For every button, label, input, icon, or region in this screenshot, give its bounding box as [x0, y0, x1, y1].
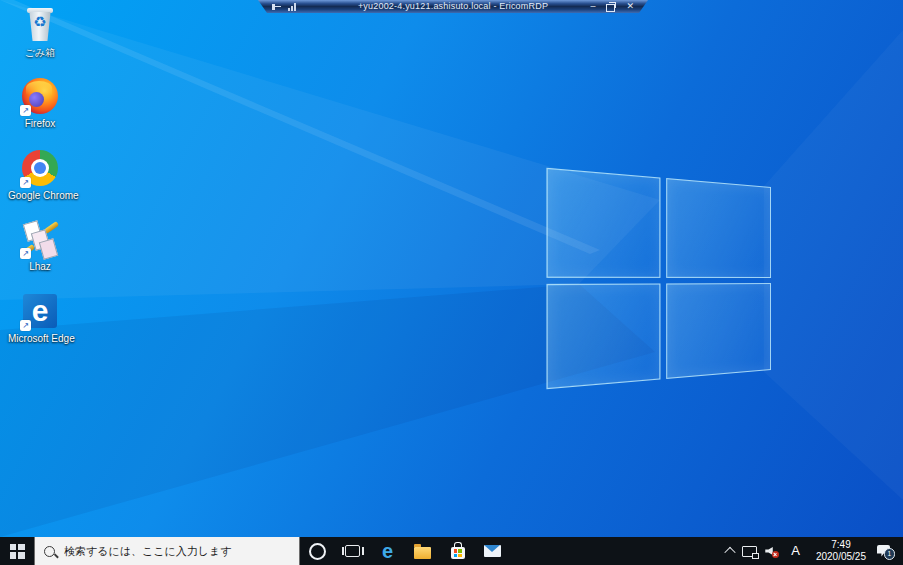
network-status-button[interactable]	[738, 537, 761, 565]
desktop-icon-label: Microsoft Edge	[8, 333, 72, 344]
task-view-button[interactable]	[335, 537, 370, 565]
desktop-icon-label: Lhaz	[8, 261, 72, 272]
windows-logo	[546, 168, 771, 390]
search-input[interactable]	[62, 544, 290, 558]
rdp-connection-bar[interactable]: +yu2002-4.yu121.ashisuto.local - EricomR…	[258, 0, 648, 13]
folder-icon	[414, 547, 431, 559]
tray-overflow-button[interactable]	[722, 537, 738, 565]
shortcut-arrow-icon: ↗	[20, 177, 31, 188]
desktop-icon-firefox[interactable]: ↗ Firefox	[8, 77, 72, 129]
start-button[interactable]	[0, 537, 34, 565]
system-tray: A 7:49 2020/05/25 1	[722, 537, 903, 565]
shortcut-arrow-icon: ↗	[20, 320, 31, 331]
firefox-globe	[29, 92, 44, 107]
chevron-up-icon	[725, 547, 736, 558]
lhaz-paper	[39, 238, 58, 259]
cortana-button[interactable]	[300, 537, 335, 565]
firefox-icon: ↗	[20, 77, 60, 117]
desktop-icon-recycle-bin[interactable]: ♻ ごみ箱	[8, 5, 72, 60]
windows-start-icon	[10, 544, 25, 559]
lhaz-icon: ↗	[20, 220, 60, 260]
recycle-bin-icon: ♻	[20, 5, 60, 45]
restore-button[interactable]	[606, 4, 615, 12]
desktop-wallpaper: ♻ ごみ箱 ↗ Firefox ↗ Google Chrome	[0, 0, 903, 537]
ethernet-network-icon	[742, 546, 757, 557]
desktop-icon-label: ごみ箱	[8, 46, 72, 60]
taskbar-edge-button[interactable]: e	[370, 537, 405, 565]
taskbar-clock[interactable]: 7:49 2020/05/25	[809, 537, 873, 565]
chrome-icon: ↗	[20, 149, 60, 189]
ime-indicator: A	[786, 537, 805, 565]
edge-icon: e ↗	[20, 292, 60, 332]
volume-muted-icon	[765, 545, 778, 557]
shortcut-arrow-icon: ↗	[20, 105, 31, 116]
desktop-icon-lhaz[interactable]: ↗ Lhaz	[8, 220, 72, 272]
close-button[interactable]: ✕	[626, 0, 634, 13]
cortana-icon	[309, 543, 326, 560]
windows-logo-pane	[666, 283, 771, 379]
shortcut-arrow-icon: ↗	[20, 248, 31, 259]
mail-button[interactable]	[475, 537, 510, 565]
desktop-icon-microsoft-edge[interactable]: e ↗ Microsoft Edge	[8, 292, 72, 344]
desktop-icon-label: Firefox	[8, 118, 72, 129]
clock-time: 7:49	[816, 539, 866, 551]
edge-icon: e	[382, 541, 393, 561]
notification-badge: 1	[884, 548, 896, 560]
desktop-icon-google-chrome[interactable]: ↗ Google Chrome	[8, 149, 72, 201]
recycle-symbol-icon: ♻	[20, 14, 60, 29]
minimize-button[interactable]: –	[590, 0, 595, 13]
windows-logo-pane	[666, 178, 771, 278]
taskbar: e	[0, 537, 903, 565]
volume-button[interactable]	[761, 537, 782, 565]
task-view-icon	[345, 545, 360, 557]
mail-envelope-icon	[484, 545, 501, 557]
windows-logo-pane	[546, 168, 660, 278]
windows-logo-pane	[546, 283, 660, 389]
taskbar-search-box[interactable]	[34, 537, 300, 565]
desktop-icon-label: Google Chrome	[8, 190, 72, 201]
search-icon	[44, 546, 55, 557]
remote-desktop-screen: ♻ ごみ箱 ↗ Firefox ↗ Google Chrome	[0, 0, 903, 565]
action-center-button[interactable]: 1	[873, 537, 900, 565]
action-center-icon: 1	[877, 545, 892, 558]
file-explorer-button[interactable]	[405, 537, 440, 565]
chrome-core	[34, 162, 46, 174]
store-bag-icon	[451, 547, 465, 559]
microsoft-store-button[interactable]	[440, 537, 475, 565]
clock-date: 2020/05/25	[816, 551, 866, 563]
ime-mode-button[interactable]: A	[782, 537, 809, 565]
